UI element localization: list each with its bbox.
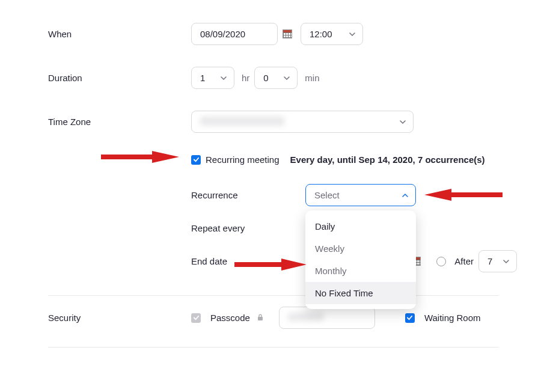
recurring-row: Recurring meeting Every day, until Sep 1… (30, 144, 517, 176)
dropdown-item-daily[interactable]: Daily (305, 215, 416, 237)
after-radio[interactable] (436, 257, 446, 266)
duration-row: Duration 1 hr 0 min (30, 56, 517, 100)
annotation-arrow-1 (101, 146, 179, 168)
enddate-label: End date (191, 256, 291, 266)
when-row: When 08/09/2020 12:00 (30, 12, 517, 56)
minutes-value: 0 (263, 73, 268, 83)
passcode-label: Passcode (210, 313, 250, 323)
timezone-value: xxxxxxxxxxx (200, 117, 284, 126)
annotation-arrow-2 (424, 184, 503, 206)
min-label: min (305, 73, 319, 83)
svg-marker-0 (101, 151, 179, 163)
svg-rect-3 (258, 317, 263, 320)
chevron-down-icon (503, 259, 509, 265)
chevron-down-icon (349, 31, 355, 37)
enddate-content: After 7 (411, 250, 517, 272)
svg-marker-1 (424, 189, 503, 201)
hr-label: hr (242, 73, 249, 83)
divider (48, 347, 499, 348)
lock-icon (257, 313, 263, 323)
recurrence-label: Recurrence (191, 190, 305, 200)
repeat-label: Repeat every (191, 223, 305, 233)
when-content: 08/09/2020 12:00 (191, 23, 363, 45)
chevron-up-icon (402, 192, 408, 198)
recurrence-placeholder: Select (314, 190, 340, 200)
dropdown-item-nofixed[interactable]: No Fixed Time (305, 282, 416, 304)
passcode-value: xxxxx (288, 313, 324, 321)
repeat-row: Repeat every (30, 215, 517, 242)
waiting-room-label: Waiting Room (424, 313, 481, 323)
security-row: Security Passcode xxxxx Waiting Room (30, 296, 517, 340)
recurrence-select[interactable]: Select (305, 184, 416, 206)
calendar-icon[interactable] (283, 29, 292, 39)
timezone-label: Time Zone (48, 117, 191, 127)
date-input[interactable]: 08/09/2020 (191, 23, 278, 45)
dropdown-item-weekly[interactable]: Weekly (305, 237, 416, 260)
time-value: 12:00 (310, 29, 332, 39)
after-select[interactable]: 7 (478, 250, 517, 272)
security-label: Security (48, 313, 191, 323)
dropdown-item-monthly[interactable]: Monthly (305, 260, 416, 282)
timezone-row: Time Zone xxxxxxxxxxx (30, 100, 517, 144)
passcode-input[interactable]: xxxxx (279, 307, 375, 329)
timezone-content: xxxxxxxxxxx (191, 111, 414, 133)
recurring-checkbox-label: Recurring meeting (206, 155, 280, 165)
after-value: 7 (487, 256, 492, 266)
chevron-down-icon (221, 75, 227, 81)
chevron-down-icon (400, 119, 406, 125)
after-label: After (454, 256, 474, 266)
timezone-select[interactable]: xxxxxxxxxxx (191, 111, 414, 133)
duration-content: 1 hr 0 min (191, 67, 320, 89)
waiting-room-checkbox[interactable] (405, 313, 415, 323)
duration-label: Duration (48, 73, 191, 83)
when-label: When (48, 29, 191, 39)
recurring-summary: Every day, until Sep 14, 2020, 7 occurre… (290, 155, 485, 165)
hours-select[interactable]: 1 (191, 67, 234, 89)
recurrence-select-wrap: Select Daily Weekly Monthly No Fixed Tim… (305, 184, 416, 206)
passcode-checkbox (191, 313, 201, 323)
time-select[interactable]: 12:00 (301, 23, 363, 45)
recurring-checkbox[interactable] (191, 155, 201, 165)
security-content: Passcode xxxxx Waiting Room (191, 307, 481, 329)
chevron-down-icon (284, 75, 290, 81)
hours-value: 1 (200, 73, 205, 83)
recurrence-dropdown: Daily Weekly Monthly No Fixed Time (305, 210, 416, 309)
recurrence-row: Recurrence Select Daily Weekly Monthly N… (30, 176, 517, 215)
minutes-select[interactable]: 0 (254, 67, 298, 89)
enddate-row: End date After 7 (30, 242, 517, 288)
